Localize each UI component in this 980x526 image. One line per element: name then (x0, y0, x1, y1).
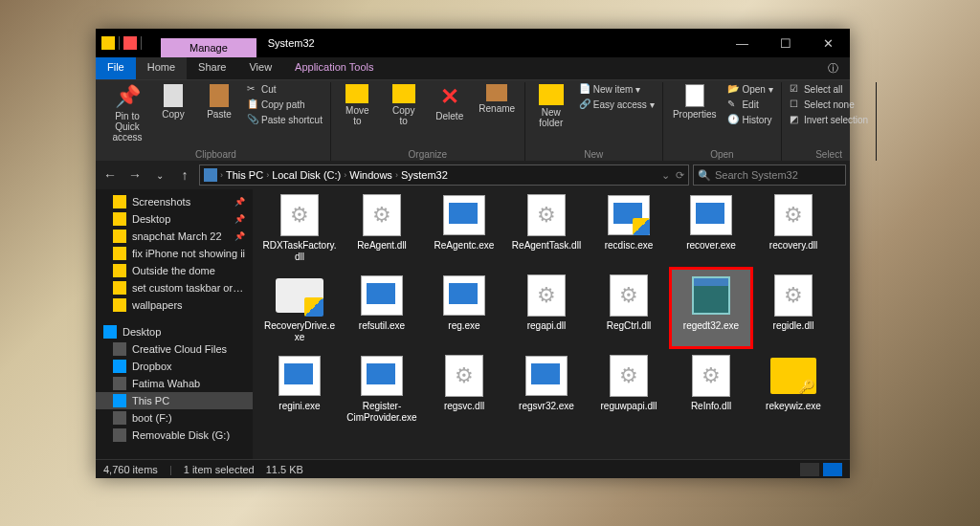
sidebar-item[interactable]: Creative Cloud Files (96, 340, 253, 358)
file-label: refsutil.exe (359, 320, 405, 332)
file-item[interactable]: ReAgentc.exe (425, 189, 503, 266)
crumb[interactable]: Local Disk (C:) (272, 169, 341, 181)
select-none-button[interactable]: ☐Select none (788, 98, 870, 111)
paste-icon (210, 84, 229, 107)
selection-size: 11.5 KB (266, 464, 303, 475)
cut-button[interactable]: ✂Cut (245, 82, 324, 96)
tab-file[interactable]: File (96, 57, 136, 79)
tab-application-tools[interactable]: Application Tools (283, 57, 385, 79)
file-item[interactable]: ⚙regsvc.dll (425, 350, 503, 427)
tab-share[interactable]: Share (187, 57, 237, 79)
copy-button[interactable]: Copy (153, 82, 193, 121)
large-icons-view-button[interactable] (823, 463, 842, 476)
sidebar-item[interactable]: wallpapers (96, 296, 253, 314)
pin-quick-access-button[interactable]: 📌Pin to Quick access (107, 82, 147, 144)
back-button[interactable]: ← (100, 164, 121, 186)
tab-view[interactable]: View (237, 57, 283, 79)
rename-button[interactable]: Rename (476, 82, 519, 116)
file-item[interactable]: RecoveryDrive.exe (260, 270, 339, 346)
new-folder-button[interactable]: New folder (531, 82, 571, 130)
file-pane[interactable]: ⚙RDXTaskFactory.dll⚙ReAgent.dllReAgentc.… (253, 189, 850, 459)
file-item[interactable]: Register-CimProvider.exe (343, 350, 421, 427)
file-label: RDXTaskFactory.dll (262, 240, 337, 262)
sidebar-item[interactable]: Screenshots📌 (96, 193, 253, 210)
sidebar-item[interactable]: boot (F:) (96, 409, 253, 427)
search-input[interactable]: 🔍 Search System32 (693, 164, 846, 186)
file-item[interactable]: ⚙reguwpapi.dll (590, 350, 668, 427)
sidebar-label: Desktop (122, 326, 161, 338)
file-item[interactable]: ⚙ReAgentTask.dll (507, 189, 586, 266)
invert-selection-button[interactable]: ◩Invert selection (788, 113, 870, 126)
copy-icon (164, 84, 183, 107)
sidebar-item[interactable]: Outside the dome (96, 262, 253, 279)
sidebar-label: Outside the dome (132, 265, 215, 276)
file-label: recdisc.exe (605, 240, 654, 252)
file-item[interactable]: regini.exe (260, 350, 339, 427)
history-button[interactable]: 🕐History (725, 113, 774, 126)
tab-home[interactable]: Home (136, 57, 187, 79)
up-button[interactable]: ↑ (174, 164, 195, 186)
select-all-button[interactable]: ☑Select all (788, 82, 870, 96)
file-item[interactable]: recover.exe (672, 189, 750, 266)
file-item[interactable]: ⚙RDXTaskFactory.dll (260, 189, 339, 266)
file-item[interactable]: ⚙regidle.dll (754, 270, 833, 346)
sidebar-item[interactable]: fix iPhone not showing ii (96, 245, 253, 262)
file-item[interactable]: ⚙regapi.dll (507, 270, 586, 346)
move-to-button[interactable]: Move to (337, 82, 378, 128)
file-item[interactable]: refsutil.exe (343, 270, 421, 346)
dll-icon: ⚙ (527, 274, 566, 317)
sidebar-label: Removable Disk (G:) (132, 429, 230, 441)
tab-manage[interactable]: Manage (161, 38, 256, 57)
collapse-ribbon-icon[interactable]: ⓘ (816, 57, 850, 79)
file-icon-wrap: ⚙ (522, 193, 571, 237)
crumb[interactable]: This PC (226, 169, 263, 181)
forward-button[interactable]: → (124, 164, 145, 186)
file-label: regsvr32.exe (519, 401, 574, 412)
file-item[interactable]: ⚙ReInfo.dll (672, 350, 750, 427)
paste-button[interactable]: Paste (199, 82, 239, 121)
recent-button[interactable]: ⌄ (149, 164, 170, 186)
dropdown-icon[interactable]: ⌄ (661, 169, 670, 182)
sidebar-item[interactable]: Dropbox (96, 358, 253, 375)
open-button[interactable]: 📂Open ▾ (725, 82, 774, 96)
sidebar-item-desktop[interactable]: Desktop (96, 323, 253, 340)
copy-to-button[interactable]: Copy to (384, 82, 424, 128)
file-item[interactable]: ⚙ReAgent.dll (343, 189, 421, 266)
file-item[interactable]: regsvr32.exe (507, 350, 586, 427)
crumb[interactable]: Windows (349, 169, 392, 181)
folder-icon (113, 212, 126, 226)
history-icon: 🕐 (727, 114, 739, 125)
crumb[interactable]: System32 (401, 169, 448, 181)
details-view-button[interactable] (800, 463, 819, 476)
minimize-button[interactable]: — (721, 29, 764, 57)
edit-button[interactable]: ✎Edit (725, 98, 774, 111)
delete-button[interactable]: ✕Delete (430, 82, 470, 123)
copy-path-button[interactable]: 📋Copy path (245, 98, 324, 111)
sidebar-item[interactable]: Fatima Wahab (96, 375, 253, 392)
paste-shortcut-button[interactable]: 📎Paste shortcut (245, 113, 324, 126)
new-item-button[interactable]: 📄New item ▾ (577, 82, 657, 96)
sidebar-item[interactable]: snapchat March 22📌 (96, 228, 253, 245)
sidebar-item[interactable]: This PC (96, 392, 253, 409)
close-button[interactable]: ✕ (807, 29, 850, 57)
breadcrumb[interactable]: ›This PC ›Local Disk (C:) ›Windows ›Syst… (199, 164, 689, 186)
sidebar[interactable]: Screenshots📌Desktop📌snapchat March 22📌fi… (96, 189, 253, 459)
file-item[interactable]: ⚙RegCtrl.dll (590, 270, 668, 346)
file-item[interactable]: ⚙recovery.dll (754, 189, 833, 266)
maximize-button[interactable]: ☐ (764, 29, 807, 57)
properties-button[interactable]: Properties (669, 82, 721, 121)
sidebar-item[interactable]: set custom taskbar orien (96, 279, 253, 296)
file-item[interactable]: regedt32.exe (672, 270, 750, 346)
sidebar-item[interactable]: Desktop📌 (96, 210, 253, 228)
refresh-button[interactable]: ⟳ (676, 169, 684, 182)
dll-icon: ⚙ (610, 355, 648, 397)
file-item[interactable]: rekeywiz.exe (754, 350, 833, 427)
sidebar-item[interactable]: Removable Disk (G:) (96, 427, 253, 444)
file-item[interactable]: reg.exe (425, 270, 503, 346)
menu-tabs: File Home Share View Application Tools ⓘ (96, 57, 850, 80)
contextual-tabs: Manage System32 (161, 29, 326, 57)
ribbon-group-clipboard: 📌Pin to Quick access Copy Paste ✂Cut 📋Co… (101, 82, 331, 161)
easy-access-button[interactable]: 🔗Easy access ▾ (577, 98, 657, 111)
folder-icon (113, 195, 126, 208)
file-item[interactable]: recdisc.exe (590, 189, 668, 266)
